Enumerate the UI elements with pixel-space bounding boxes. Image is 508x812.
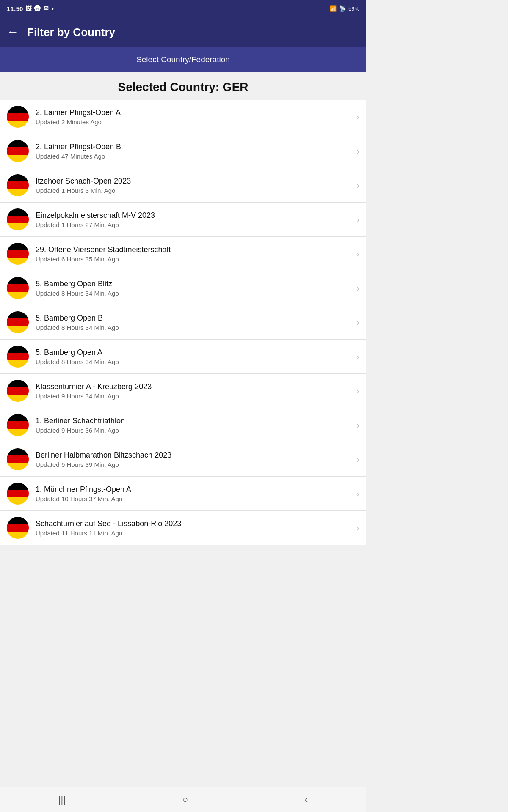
wifi-icon: 📶 bbox=[330, 5, 337, 12]
germany-flag-icon bbox=[7, 140, 29, 162]
status-time: 11:50 bbox=[7, 5, 23, 12]
germany-flag-icon bbox=[7, 517, 29, 539]
status-bar: 11:50 🖼 🅐 ✉ • 📶 📡 59% bbox=[0, 0, 366, 17]
tournament-item[interactable]: Berliner Halbmarathon Blitzschach 2023Up… bbox=[0, 442, 366, 477]
germany-flag-icon bbox=[7, 311, 29, 333]
germany-flag-icon bbox=[7, 243, 29, 265]
tournament-item[interactable]: 5. Bamberg Open BlitzUpdated 8 Hours 34 … bbox=[0, 271, 366, 305]
tournament-updated: Updated 10 Hours 37 Min. Ago bbox=[36, 495, 350, 502]
tournament-updated: Updated 9 Hours 36 Min. Ago bbox=[36, 427, 350, 434]
tournament-item[interactable]: Klassenturnier A - Kreuzberg 2023Updated… bbox=[0, 374, 366, 408]
nav-recent-apps-button[interactable]: ||| bbox=[50, 792, 74, 808]
page-title: Filter by Country bbox=[27, 26, 115, 39]
tournament-item[interactable]: 1. Berliner SchachtriathlonUpdated 9 Hou… bbox=[0, 408, 366, 442]
chevron-right-icon: › bbox=[356, 420, 359, 430]
tournament-updated: Updated 11 Hours 11 Min. Ago bbox=[36, 529, 350, 537]
a-icon: 🅐 bbox=[34, 5, 41, 12]
chevron-right-icon: › bbox=[356, 523, 359, 533]
battery-level: 59% bbox=[348, 5, 359, 12]
germany-flag-icon bbox=[7, 277, 29, 299]
tournament-name: 2. Laimer Pfingst-Open A bbox=[36, 108, 350, 117]
tournament-item[interactable]: 1. Münchner Pfingst-Open AUpdated 10 Hou… bbox=[0, 477, 366, 511]
photo-icon: 🖼 bbox=[25, 5, 32, 12]
signal-icon: 📡 bbox=[339, 5, 346, 12]
tournament-item[interactable]: 5. Bamberg Open AUpdated 8 Hours 34 Min.… bbox=[0, 340, 366, 374]
tournament-name: 5. Bamberg Open A bbox=[36, 348, 350, 357]
tournament-item[interactable]: 2. Laimer Pfingst-Open BUpdated 47 Minut… bbox=[0, 134, 366, 168]
germany-flag-icon bbox=[7, 414, 29, 436]
chevron-right-icon: › bbox=[356, 283, 359, 293]
chevron-right-icon: › bbox=[356, 455, 359, 464]
bottom-nav: ||| ○ ‹ bbox=[0, 787, 366, 812]
tournament-name: 2. Laimer Pfingst-Open B bbox=[36, 143, 350, 151]
tournament-updated: Updated 8 Hours 34 Min. Ago bbox=[36, 324, 350, 331]
tournament-name: Schachturnier auf See - Lissabon-Rio 202… bbox=[36, 519, 350, 528]
germany-flag-icon bbox=[7, 346, 29, 368]
tournament-name: Klassenturnier A - Kreuzberg 2023 bbox=[36, 382, 350, 391]
tournament-name: Einzelpokalmeisterschaft M-V 2023 bbox=[36, 211, 350, 220]
tournament-updated: Updated 9 Hours 39 Min. Ago bbox=[36, 461, 350, 468]
mail-icon: ✉ bbox=[43, 5, 49, 12]
tournament-name: Berliner Halbmarathon Blitzschach 2023 bbox=[36, 451, 350, 460]
tournament-updated: Updated 1 Hours 27 Min. Ago bbox=[36, 221, 350, 228]
tournament-name: 5. Bamberg Open Blitz bbox=[36, 280, 350, 288]
tournament-updated: Updated 1 Hours 3 Min. Ago bbox=[36, 187, 350, 194]
tournament-updated: Updated 9 Hours 34 Min. Ago bbox=[36, 392, 350, 400]
chevron-right-icon: › bbox=[356, 215, 359, 225]
germany-flag-icon bbox=[7, 174, 29, 196]
germany-flag-icon bbox=[7, 208, 29, 230]
chevron-right-icon: › bbox=[356, 318, 359, 327]
chevron-right-icon: › bbox=[356, 386, 359, 396]
tournament-item[interactable]: Schachturnier auf See - Lissabon-Rio 202… bbox=[0, 511, 366, 545]
chevron-right-icon: › bbox=[356, 146, 359, 156]
status-bar-right: 📶 📡 59% bbox=[330, 5, 359, 12]
chevron-right-icon: › bbox=[356, 352, 359, 362]
tournament-name: Itzehoer Schach-Open 2023 bbox=[36, 177, 350, 186]
tournament-name: 5. Bamberg Open B bbox=[36, 314, 350, 323]
tournament-updated: Updated 2 Minutes Ago bbox=[36, 118, 350, 126]
chevron-right-icon: › bbox=[356, 249, 359, 259]
tournament-name: 29. Offene Viersener Stadtmeisterschaft bbox=[36, 245, 350, 254]
tournament-name: 1. Münchner Pfingst-Open A bbox=[36, 485, 350, 494]
status-bar-left: 11:50 🖼 🅐 ✉ • bbox=[7, 5, 54, 12]
germany-flag-icon bbox=[7, 106, 29, 128]
tournament-item[interactable]: Itzehoer Schach-Open 2023Updated 1 Hours… bbox=[0, 168, 366, 203]
back-button[interactable]: ← bbox=[7, 25, 19, 39]
tournament-item[interactable]: Einzelpokalmeisterschaft M-V 2023Updated… bbox=[0, 203, 366, 237]
tournament-updated: Updated 8 Hours 34 Min. Ago bbox=[36, 290, 350, 297]
tournament-item[interactable]: 2. Laimer Pfingst-Open AUpdated 2 Minute… bbox=[0, 100, 366, 134]
germany-flag-icon bbox=[7, 448, 29, 470]
chevron-right-icon: › bbox=[356, 181, 359, 190]
tournament-updated: Updated 47 Minutes Ago bbox=[36, 153, 350, 160]
tournament-updated: Updated 8 Hours 34 Min. Ago bbox=[36, 358, 350, 365]
select-country-button[interactable]: Select Country/Federation bbox=[0, 47, 366, 72]
tournament-list: 2. Laimer Pfingst-Open AUpdated 2 Minute… bbox=[0, 100, 366, 787]
tournament-item[interactable]: 29. Offene Viersener StadtmeisterschaftU… bbox=[0, 237, 366, 271]
germany-flag-icon bbox=[7, 380, 29, 402]
tournament-updated: Updated 6 Hours 35 Min. Ago bbox=[36, 255, 350, 263]
tournament-item[interactable]: 5. Bamberg Open BUpdated 8 Hours 34 Min.… bbox=[0, 305, 366, 340]
chevron-right-icon: › bbox=[356, 112, 359, 122]
nav-home-button[interactable]: ○ bbox=[174, 792, 196, 808]
dot-icon: • bbox=[51, 5, 53, 12]
nav-back-button[interactable]: ‹ bbox=[296, 792, 316, 808]
tournament-name: 1. Berliner Schachtriathlon bbox=[36, 417, 350, 425]
chevron-right-icon: › bbox=[356, 489, 359, 499]
germany-flag-icon bbox=[7, 483, 29, 505]
selected-country-heading: Selected Country: GER bbox=[0, 72, 366, 100]
app-bar: ← Filter by Country bbox=[0, 17, 366, 47]
